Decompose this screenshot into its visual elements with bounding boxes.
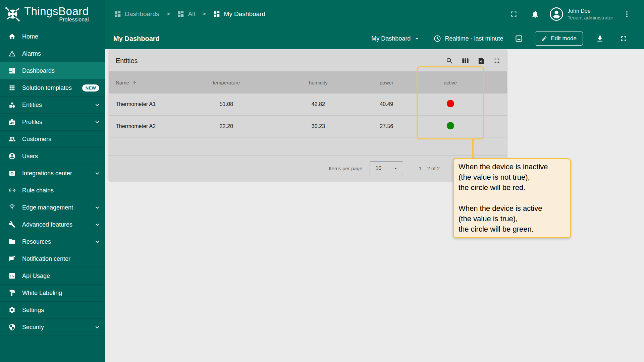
column-label: Name <box>116 80 129 85</box>
cell-name: Thermometer A2 <box>109 115 173 137</box>
dashboard-image-icon[interactable] <box>515 34 523 43</box>
page-title: My Dashboard <box>113 35 371 43</box>
settings-icon <box>8 306 16 314</box>
brand-logo[interactable]: ThingsBoard Professional <box>0 0 105 28</box>
sidebar-item-integrations-center[interactable]: Integrations center <box>0 165 105 182</box>
chevron-down-icon <box>94 221 101 228</box>
sidebar-item-label: Edge management <box>22 204 94 211</box>
download-icon[interactable] <box>596 35 604 43</box>
table-row[interactable]: Thermometer A222.2030.2327.56 <box>109 115 507 137</box>
sidebar-item-customers[interactable]: Customers <box>0 131 105 148</box>
items-per-page-label: Items per page: <box>329 166 364 171</box>
sidebar-item-label: Notification center <box>22 255 101 262</box>
resources-icon <box>8 238 16 246</box>
timewindow-label: Realtime - last minute <box>445 35 503 42</box>
edit-mode-label: Edit mode <box>551 35 577 42</box>
sidebar-item-home[interactable]: Home <box>0 28 105 45</box>
sidebar-item-label: Integrations center <box>22 170 94 177</box>
user-menu[interactable]: John Doe Tenant administrator <box>568 7 613 21</box>
sidebar-item-label: Alarms <box>22 50 101 57</box>
sidebar-item-rule-chains[interactable]: Rule chains <box>0 182 105 199</box>
user-avatar[interactable] <box>549 7 564 21</box>
cell-power: 40.49 <box>357 94 417 115</box>
column-header-temperature[interactable]: temperature <box>173 71 280 94</box>
column-header-name[interactable]: Name <box>109 71 173 94</box>
page-size-value: 10 <box>375 165 381 171</box>
apps-icon <box>8 84 16 92</box>
sidebar-item-resources[interactable]: Resources <box>0 233 105 250</box>
breadcrumb-label: Dashboards <box>125 10 159 18</box>
alarms-icon <box>8 50 16 58</box>
sidebar-item-label: Api Usage <box>22 273 101 280</box>
thingsboard-app: ThingsBoard Professional HomeAlarmsDashb… <box>0 0 644 362</box>
inactive-indicator-red <box>447 100 454 107</box>
sidebar-item-dashboards[interactable]: Dashboards <box>0 62 105 79</box>
notifications-bell-icon[interactable] <box>531 10 539 18</box>
table-row[interactable]: Thermometer A151.0842.8240.49 <box>109 94 507 115</box>
brand-name: ThingsBoard <box>24 5 89 17</box>
table-search-icon[interactable] <box>446 57 453 65</box>
sidebar-item-label: Users <box>22 153 101 160</box>
annotation-text-line: the circle will be green. <box>459 224 565 234</box>
sidebar-item-label: Rule chains <box>22 187 101 194</box>
sidebar-item-notification-center[interactable]: Notification center <box>0 250 105 267</box>
breadcrumb-item-all[interactable]: All <box>177 10 195 18</box>
brand-subtitle: Professional <box>59 17 89 23</box>
sidebar-item-entities[interactable]: Entities <box>0 97 105 114</box>
sidebar-item-advanced-features[interactable]: Advanced features <box>0 216 105 233</box>
table-export-icon[interactable] <box>477 57 485 65</box>
breadcrumb: Dashboards>All>My Dashboard <box>114 10 509 18</box>
sidebar-item-users[interactable]: Users <box>0 148 105 165</box>
sidebar-item-settings[interactable]: Settings <box>0 302 105 319</box>
security-icon <box>8 323 16 331</box>
toolbar-fullscreen-icon[interactable] <box>620 35 628 43</box>
user-name: John Doe <box>568 7 613 14</box>
widget-fullscreen-icon[interactable] <box>493 57 501 65</box>
sidebar-item-security[interactable]: Security <box>0 319 105 336</box>
entities-icon <box>8 101 16 109</box>
dashboards-icon <box>8 67 16 75</box>
annotation-text-line <box>459 193 565 203</box>
chevron-down-icon <box>94 102 101 108</box>
annotation-text-line: When the device is active <box>459 203 565 214</box>
column-header-power[interactable]: power <box>357 71 417 94</box>
sidebar-item-solution-templates[interactable]: Solution templatesNEW <box>0 79 105 97</box>
user-role: Tenant administrator <box>568 14 613 21</box>
breadcrumb-item-my-dashboard[interactable]: My Dashboard <box>213 10 265 18</box>
table-columns-icon[interactable] <box>462 57 469 65</box>
dashboard-select[interactable]: My Dashboard <box>371 35 421 42</box>
column-header-humidity[interactable]: humidity <box>280 71 357 94</box>
column-header-spacer <box>484 71 507 94</box>
kebab-menu-icon[interactable] <box>623 10 631 18</box>
sidebar-item-label: Profiles <box>22 119 94 126</box>
cell-spacer <box>484 94 507 115</box>
sidebar-item-white-labeling[interactable]: White Labeling <box>0 285 105 302</box>
top-header: Dashboards>All>My Dashboard John Doe Ten… <box>105 0 644 28</box>
sidebar-item-api-usage[interactable]: Api Usage <box>0 267 105 285</box>
sidebar-item-edge-management[interactable]: Edge management <box>0 199 105 216</box>
advanced-icon <box>8 221 16 229</box>
table-header-row: Nametemperaturehumiditypoweractive <box>109 71 507 94</box>
sidebar-item-alarms[interactable]: Alarms <box>0 45 105 62</box>
annotation-text-line: (the value is not true), <box>459 172 565 182</box>
entities-widget: Entities Nametemperaturehumidit <box>109 50 507 181</box>
cell-temperature: 22.20 <box>173 115 280 137</box>
sidebar-item-label: Dashboards <box>22 67 101 74</box>
integrations-icon <box>8 169 16 177</box>
chevron-down-icon <box>413 35 421 42</box>
page-size-select[interactable]: 10 <box>370 161 403 175</box>
cell-humidity: 42.82 <box>280 94 357 115</box>
edit-mode-button[interactable]: Edit mode <box>535 32 583 46</box>
sidebar-item-profiles[interactable]: Profiles <box>0 114 105 131</box>
clock-icon <box>433 35 441 43</box>
annotation-text-line: (the value is true), <box>459 214 565 224</box>
breadcrumb-item-dashboards[interactable]: Dashboards <box>114 10 159 18</box>
sidebar-item-label: Solution templates <box>22 84 82 92</box>
dashboard-grid-icon <box>213 10 220 18</box>
breadcrumb-separator: > <box>203 11 206 17</box>
edge-icon <box>8 203 16 212</box>
timewindow-button[interactable]: Realtime - last minute <box>433 35 503 43</box>
column-header-active[interactable]: active <box>417 71 484 94</box>
dashboard-grid-icon <box>177 10 184 18</box>
fullscreen-icon[interactable] <box>509 10 518 18</box>
